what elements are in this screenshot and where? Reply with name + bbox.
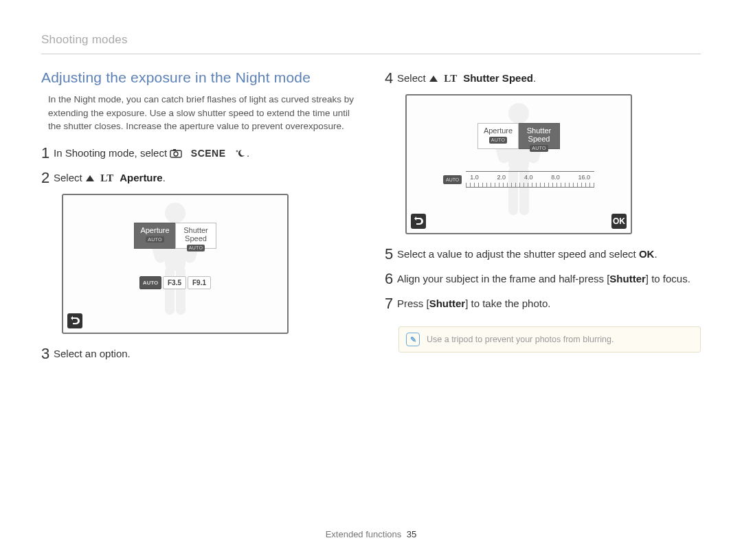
lt-label: LT: [444, 73, 458, 84]
step-1-text: In Shooting mode, select: [54, 147, 167, 159]
night-star-moon-icon: [234, 148, 247, 161]
step-number: 5: [385, 245, 397, 263]
footer-label: Extended functions: [326, 529, 402, 539]
shutter-speed-tab: Shutter Speed AUTO: [175, 223, 216, 249]
triangle-up-icon: [429, 73, 438, 87]
note-text: Use a tripod to prevent your photos from…: [427, 335, 614, 344]
aperture-tab: Aperture AUTO: [477, 123, 519, 149]
ok-icon: OK: [611, 214, 627, 229]
step-5: 5 Select a value to adjust the shutter s…: [385, 245, 701, 263]
aperture-value-2: F9.1: [188, 276, 211, 289]
person-silhouette-icon: [481, 98, 556, 232]
page-footer: Extended functions 35: [0, 529, 742, 539]
step-4: 4 Select LT Shutter Speed.: [385, 69, 701, 87]
svg-point-9: [508, 103, 529, 124]
shutter-label: Shutter: [609, 273, 646, 284]
section-header: Shooting modes: [41, 33, 701, 54]
step-7-text-a: Press [: [397, 298, 429, 309]
step-4-text: Select: [397, 72, 426, 84]
auto-chip: AUTO: [489, 137, 508, 144]
back-icon: [67, 313, 82, 328]
step-5-text: Select a value to adjust the shutter spe…: [397, 248, 636, 260]
step-number: 7: [385, 295, 397, 313]
ok-label: OK: [639, 248, 655, 260]
aperture-screen-figure: Aperture AUTO Shutter Speed AUTO AUTO F3…: [62, 194, 289, 334]
camera-icon: [170, 148, 182, 161]
svg-point-3: [165, 203, 186, 223]
step-number: 1: [41, 144, 54, 162]
shutter-scale: 1.0 2.0 4.0 8.0 16.0: [466, 171, 594, 188]
triangle-up-icon: [85, 172, 95, 186]
auto-chip: AUTO: [146, 236, 164, 243]
tick-label: 2.0: [497, 174, 506, 181]
scale-auto-chip: AUTO: [443, 175, 462, 184]
tick-label: 8.0: [551, 174, 560, 181]
shutter-label: Shutter: [429, 298, 466, 309]
shutter-speed-tab: Shutter Speed AUTO: [519, 123, 560, 149]
value-auto-chip: AUTO: [139, 276, 161, 289]
auto-chip: AUTO: [530, 145, 548, 152]
aperture-tab: Aperture AUTO: [134, 223, 175, 249]
tick-label: 4.0: [524, 174, 533, 181]
step-2: 2 Select LT Aperture.: [41, 169, 357, 187]
step-number: 6: [385, 270, 397, 288]
page-title: Adjusting the exposure in the Night mode: [41, 69, 357, 86]
person-silhouette-icon: [137, 198, 213, 331]
step-7-text-c: ] to take the photo.: [465, 298, 550, 309]
step-6: 6 Align your subject in the frame and ha…: [385, 270, 701, 288]
svg-rect-2: [173, 149, 176, 151]
step-1: 1 In Shooting mode, select SCENE .: [41, 144, 357, 162]
tip-note: ✎ Use a tripod to prevent your photos fr…: [398, 326, 701, 352]
step-4-bold: Shutter Speed: [463, 72, 533, 84]
back-icon: [411, 214, 426, 229]
intro-paragraph: In the Night mode, you can catch brief f…: [48, 93, 357, 133]
step-3-text: Select an option.: [54, 345, 131, 361]
lt-label: LT: [100, 172, 114, 183]
svg-rect-7: [165, 267, 175, 315]
page-number: 35: [407, 529, 416, 539]
scene-icon-label: SCENE: [191, 148, 226, 159]
step-number: 2: [41, 169, 54, 187]
auto-chip: AUTO: [187, 245, 205, 251]
aperture-value-1: F3.5: [163, 276, 186, 289]
note-icon: ✎: [406, 333, 420, 346]
step-6-text-c: ] to focus.: [646, 273, 690, 284]
step-2-text: Select: [54, 172, 82, 183]
step-2-bold: Aperture: [120, 172, 163, 183]
svg-rect-8: [176, 267, 186, 315]
tick-label: 16.0: [578, 174, 590, 181]
step-number: 4: [385, 69, 397, 87]
step-7: 7 Press [Shutter] to take the photo.: [385, 295, 701, 313]
tick-label: 1.0: [470, 174, 479, 181]
svg-point-1: [174, 152, 178, 156]
step-number: 3: [41, 345, 54, 363]
step-3: 3 Select an option.: [41, 345, 357, 363]
step-6-text-a: Align your subject in the frame and half…: [397, 273, 609, 284]
shutter-speed-screen-figure: Aperture AUTO Shutter Speed AUTO AUTO 1.…: [405, 94, 632, 234]
